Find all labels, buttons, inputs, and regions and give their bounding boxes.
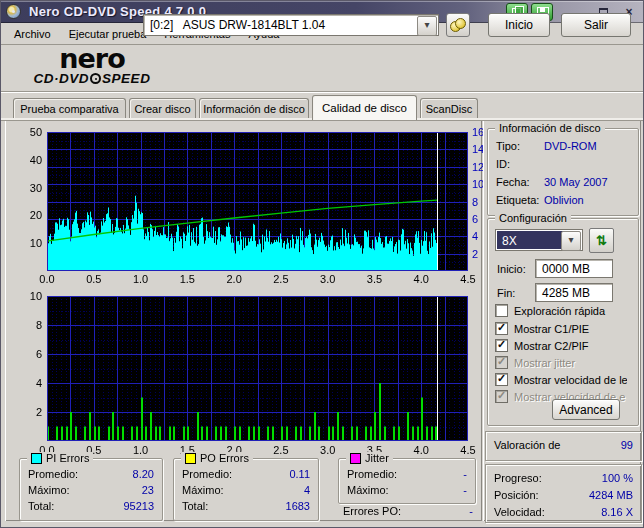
stat-label: Máximo: xyxy=(182,484,224,496)
progress-label: Velocidad: xyxy=(494,506,545,518)
end-mb-input[interactable]: 4285 MB xyxy=(535,283,613,302)
progress-row: Posición:4284 MB xyxy=(494,489,633,501)
stat-value: 8.20 xyxy=(133,468,154,480)
progress-row: Velocidad:8.16 X xyxy=(494,506,633,518)
stat-group-title-text: PI Errors xyxy=(46,452,89,464)
tab-información-de-disco[interactable]: Información de disco xyxy=(199,98,309,119)
checkbox-mostrar-jitter[interactable]: ✓Mostrar jitter xyxy=(495,356,627,369)
disc-info-label: Etiqueta: xyxy=(496,194,544,206)
start-button[interactable]: Inicio xyxy=(488,13,550,37)
stat-group-title-text: Jitter xyxy=(365,452,389,464)
stat-label: Promedio: xyxy=(182,468,232,480)
stat-value: 23 xyxy=(142,484,154,496)
stat-value: 0.11 xyxy=(289,468,310,480)
app-disc-icon xyxy=(6,4,21,19)
stat-group-po-errors: PO ErrorsPromedio:0.11Máximo:4Total:1683 xyxy=(173,458,319,521)
disc-info-row: Fecha:30 May 2007 xyxy=(496,176,630,188)
stat-value: - xyxy=(463,484,467,496)
checkbox-label: Exploración rápida xyxy=(514,305,605,317)
stat-value: - xyxy=(463,468,467,480)
tab-calidad-de-disco[interactable]: Calidad de disco xyxy=(312,95,417,120)
check-icon: ✓ xyxy=(497,356,506,368)
disc-info-label: Tipo: xyxy=(496,140,544,152)
disc-info-label: ID: xyxy=(496,158,544,170)
disc-info-row: Etiqueta:Oblivion xyxy=(496,194,630,206)
logo-speed-text: SPEED xyxy=(102,71,150,86)
disc-info-row: Tipo:DVD-ROM xyxy=(496,140,630,152)
tab-crear-disco[interactable]: Crear disco xyxy=(129,98,196,119)
progress-value: 100 % xyxy=(602,472,633,484)
disc-info-row: ID: xyxy=(496,158,630,170)
stat-group-title: PO Errors xyxy=(181,452,253,464)
disc-info-group: Información de disco Tipo:DVD-ROMID:Fech… xyxy=(487,128,639,216)
progress-row: Progreso:100 % xyxy=(494,472,633,484)
check-icon: ✓ xyxy=(497,390,506,402)
stat-label: Total: xyxy=(182,500,208,512)
tab-prueba-comparativa[interactable]: Prueba comparativa xyxy=(13,98,126,119)
logo-disc-icon xyxy=(90,73,101,84)
series-color-swatch xyxy=(31,453,42,464)
start-mb-input[interactable]: 0000 MB xyxy=(535,259,613,278)
stat-row: Promedio:- xyxy=(347,468,467,480)
eject-disc-button[interactable] xyxy=(446,13,470,37)
checkbox-mostrar-c1-pie[interactable]: ✓Mostrar C1/PIE xyxy=(495,322,627,335)
checkbox-box[interactable] xyxy=(495,304,508,317)
header: nero CD·DVDSPEED xyxy=(1,45,644,92)
po-errors-chart xyxy=(7,288,483,458)
drive-select-value: [0:2] ASUS DRW-1814BLT 1.04 xyxy=(150,18,325,32)
stat-row: Total:95213 xyxy=(28,500,154,512)
disc-info-value: DVD-ROM xyxy=(544,140,597,152)
speed-select-value: 8X xyxy=(497,231,564,249)
checkbox-mostrar-c2-pif[interactable]: ✓Mostrar C2/PIF xyxy=(495,339,627,352)
stat-group-pi-errors: PI ErrorsPromedio:8.20Máximo:23Total:952… xyxy=(19,458,163,521)
refresh-icon: ⇅ xyxy=(596,234,607,247)
progress-value: 4284 MB xyxy=(589,489,633,501)
refresh-button[interactable]: ⇅ xyxy=(589,228,614,253)
checkbox-label: Mostrar C1/PIE xyxy=(514,323,589,335)
stat-row: Máximo:- xyxy=(347,484,467,496)
exit-button[interactable]: Salir xyxy=(561,13,631,37)
checkbox-mostrar-velocidad-de-le[interactable]: ✓Mostrar velocidad de le xyxy=(495,373,627,386)
tab-scandisc[interactable]: ScanDisc xyxy=(420,98,478,119)
stat-row: Promedio:0.11 xyxy=(182,468,310,480)
config-title: Configuración xyxy=(495,212,571,224)
quality-score-label: Valoración de xyxy=(494,439,560,451)
stat-value: 4 xyxy=(304,484,310,496)
checkbox-exploraci-n-r-pida[interactable]: Exploración rápida xyxy=(495,304,627,317)
chevron-down-icon[interactable]: ▾ xyxy=(561,231,581,251)
series-color-swatch xyxy=(350,453,361,464)
errores-po-row: Errores PO: - xyxy=(343,505,473,517)
checkbox-box[interactable]: ✓ xyxy=(495,390,508,403)
stat-label: Promedio: xyxy=(347,468,397,480)
stat-group-title: Jitter xyxy=(346,452,393,464)
quality-score-panel: Valoración de 99 xyxy=(485,431,642,461)
checkbox-box[interactable]: ✓ xyxy=(495,373,508,386)
stat-group-title: PI Errors xyxy=(27,452,93,464)
check-icon: ✓ xyxy=(497,322,506,334)
checkbox-box[interactable]: ✓ xyxy=(495,356,508,369)
chevron-down-icon[interactable]: ▾ xyxy=(417,16,437,36)
errores-po-label: Errores PO: xyxy=(343,505,401,517)
progress-panel: Progreso:100 %Posición:4284 MBVelocidad:… xyxy=(485,464,642,523)
pi-errors-chart xyxy=(7,124,483,286)
checkbox-label: Mostrar velocidad de le xyxy=(514,374,627,386)
stat-group-jitter: JitterPromedio:-Máximo:- xyxy=(338,458,476,504)
checkbox-box[interactable]: ✓ xyxy=(495,322,508,335)
progress-value: 8.16 X xyxy=(601,506,633,518)
start-mb-label: Inicio: xyxy=(497,263,526,275)
stat-label: Máximo: xyxy=(347,484,389,496)
checkbox-box[interactable]: ✓ xyxy=(495,339,508,352)
disc-info-value: Oblivion xyxy=(544,194,584,206)
stat-row: Máximo:23 xyxy=(28,484,154,496)
disc-stack-icon xyxy=(455,18,466,29)
drive-select[interactable]: [0:2] ASUS DRW-1814BLT 1.04 ▾ xyxy=(143,14,439,36)
errores-po-value: - xyxy=(469,505,473,517)
stat-row: Máximo:4 xyxy=(182,484,310,496)
menu-item-ejecutar-prueba[interactable]: Ejecutar prueba xyxy=(60,26,156,42)
disc-info-label: Fecha: xyxy=(496,176,544,188)
series-color-swatch xyxy=(185,453,196,464)
speed-select[interactable]: 8X ▾ xyxy=(495,229,583,251)
menu-item-archivo[interactable]: Archivo xyxy=(5,26,60,42)
disc-info-value: 30 May 2007 xyxy=(544,176,608,188)
advanced-button[interactable]: Advanced xyxy=(552,399,620,420)
